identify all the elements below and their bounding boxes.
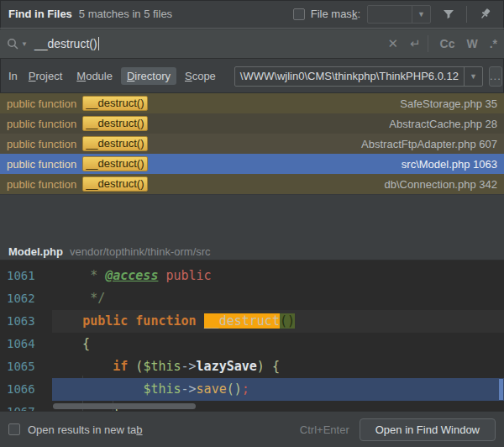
directory-path-value: \WWW\wjlin0\CMS\thinkphp\ThinkPHP6.0.12 xyxy=(235,70,464,82)
search-bar[interactable]: ▼ __destruct() ✕ ↵ Cc W .* xyxy=(0,29,504,59)
code-line: 1061 * @access public xyxy=(0,265,504,287)
line-number[interactable]: 1065 xyxy=(0,355,52,378)
result-file-label: AbstractFtpAdapter.php 607 xyxy=(361,138,497,150)
line-number[interactable]: 1062 xyxy=(0,287,52,310)
file-mask-checkbox[interactable] xyxy=(293,8,305,20)
clear-search-icon[interactable]: ✕ xyxy=(387,36,398,51)
match-summary: 5 matches in 5 files xyxy=(79,8,172,20)
code-line: 1062 */ xyxy=(0,287,504,310)
divider xyxy=(428,35,428,52)
line-number[interactable]: 1061 xyxy=(0,265,52,287)
open-in-new-tab-label: Open results in new tab xyxy=(28,423,143,436)
code-line: 1064 { xyxy=(0,333,504,355)
results-list: public function __destruct() SafeStorage… xyxy=(0,93,504,194)
open-in-find-window-button[interactable]: Open in Find Window xyxy=(360,418,496,441)
code-line-current: 1063 public function __destruct() xyxy=(0,310,504,333)
divider xyxy=(466,6,467,23)
line-number[interactable]: 1063 xyxy=(0,310,52,333)
preview-file-name: Model.php xyxy=(8,245,63,258)
directory-path-combobox[interactable]: \WWW\wjlin0\CMS\thinkphp\ThinkPHP6.0.12 … xyxy=(234,66,483,87)
result-row[interactable]: public function __destruct() db\Connecti… xyxy=(0,174,504,194)
filter-icon[interactable] xyxy=(438,4,459,24)
pin-icon[interactable] xyxy=(474,4,496,24)
result-row-selected[interactable]: public function __destruct() src\Model.p… xyxy=(0,154,504,174)
scope-tab-project[interactable]: Project xyxy=(23,67,68,85)
scope-tab-directory[interactable]: Directory xyxy=(121,67,176,85)
preview-file-path: vendor/topthink/think-orm/src xyxy=(70,245,211,258)
scope-bar: In Project Module Directory Scope \WWW\w… xyxy=(0,60,504,93)
line-number[interactable]: 1067 xyxy=(0,401,52,411)
search-match-highlight: __destruct xyxy=(204,313,280,329)
code-preview-editor[interactable]: * 析构方法 1061 * @access public 1062 */ 106… xyxy=(0,260,504,411)
whole-words-toggle[interactable]: W xyxy=(466,37,477,50)
match-highlight: __destruct() xyxy=(82,116,147,131)
file-mask-label: File mask: xyxy=(311,8,360,20)
scope-tab-module[interactable]: Module xyxy=(71,67,118,85)
dialog-title: Find in Files xyxy=(8,8,72,20)
search-input[interactable]: __destruct() xyxy=(34,37,97,50)
horizontal-scrollbar[interactable] xyxy=(53,403,196,409)
shortcut-hint: Ctrl+Enter xyxy=(300,423,349,436)
scope-tab-scope[interactable]: Scope xyxy=(179,67,222,85)
browse-directory-button[interactable]: ... xyxy=(489,66,502,87)
insert-newline-icon[interactable]: ↵ xyxy=(410,36,421,51)
result-file-label: db\Connection.php 342 xyxy=(385,178,497,191)
search-icon[interactable]: ▼ xyxy=(7,38,28,50)
line-number[interactable]: 1066 xyxy=(0,378,52,401)
match-highlight: __destruct() xyxy=(82,96,147,111)
result-file-label: AbstractCache.php 28 xyxy=(389,118,497,130)
search-history-chevron-icon[interactable]: ▼ xyxy=(21,40,28,48)
line-number[interactable]: 1064 xyxy=(0,333,52,355)
chevron-down-icon[interactable]: ▼ xyxy=(464,67,482,86)
scope-in-label: In xyxy=(8,70,18,82)
results-empty-area xyxy=(0,194,504,243)
preview-header: Model.php vendor/topthink/think-orm/src xyxy=(0,243,504,260)
match-case-toggle[interactable]: Cc xyxy=(440,37,455,50)
open-in-new-tab-checkbox[interactable] xyxy=(8,423,20,435)
result-file-label: SafeStorage.php 35 xyxy=(400,97,497,110)
code-line-breakpoint: 1066 $this->save(); xyxy=(0,378,504,401)
file-mask-combobox[interactable]: ▼ xyxy=(367,5,431,24)
regex-toggle[interactable]: .* xyxy=(490,37,497,50)
match-highlight: __destruct() xyxy=(82,136,147,151)
match-highlight: __destruct() xyxy=(82,176,147,192)
dialog-titlebar: Find in Files 5 matches in 5 files File … xyxy=(0,0,504,29)
text-caret xyxy=(98,37,100,50)
result-row[interactable]: public function __destruct() AbstractCac… xyxy=(0,113,504,134)
result-row[interactable]: public function __destruct() AbstractFtp… xyxy=(0,134,504,154)
result-row[interactable]: public function __destruct() SafeStorage… xyxy=(0,93,504,113)
result-file-label: src\Model.php 1063 xyxy=(402,158,497,171)
footer-bar: Open results in new tab Ctrl+Enter Open … xyxy=(0,411,504,447)
chevron-down-icon[interactable]: ▼ xyxy=(412,6,430,23)
scrollbar-marker xyxy=(499,379,503,400)
code-line: 1065 if ($this->lazySave) { xyxy=(0,355,504,378)
match-highlight: __destruct() xyxy=(82,156,147,171)
